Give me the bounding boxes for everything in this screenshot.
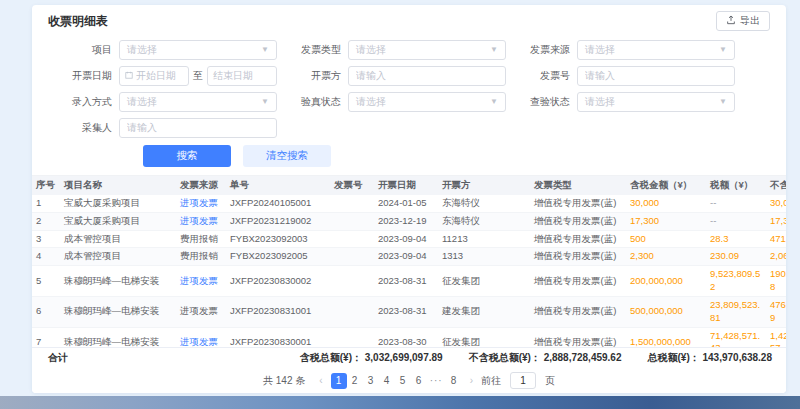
verify-status-label: 验真状态 (285, 95, 341, 109)
cell-order_no: FYBX2023092005 (226, 248, 330, 266)
column-header: 单号 (226, 176, 330, 195)
cell-project: 宝威大厦采购项目 (60, 195, 176, 212)
total-count: 共 142 条 (263, 374, 305, 388)
verify-status-select[interactable]: 请选择 ▼ (348, 92, 506, 112)
summary-item: 总税额(¥)： 143,970,638.28 (647, 351, 772, 365)
cell-source[interactable]: 进项发票 (176, 327, 226, 347)
pager-page-2[interactable]: 2 (347, 373, 363, 389)
goto-label: 前往 (481, 374, 501, 388)
invoice-date-label: 开票日期 (56, 69, 112, 83)
goto-unit: 页 (545, 374, 555, 388)
end-date-input[interactable]: 结束日期 (207, 66, 277, 86)
cell-tax: -- (706, 212, 766, 230)
cell-net: 2,069.91 (766, 248, 786, 266)
prev-page-button[interactable]: ‹ (316, 375, 325, 386)
invoice-no-label: 发票号 (514, 69, 570, 83)
table-header-row: 序号项目名称发票来源单号发票号开票日期开票方发票类型含税金额（¥）税额（¥）不含… (32, 176, 786, 195)
cell-order_no: JXFP20231219002 (226, 212, 330, 230)
pager-page-6[interactable]: 6 (411, 373, 427, 389)
select-placeholder: 请选择 (356, 95, 386, 109)
check-status-select[interactable]: 请选择 ▼ (577, 92, 735, 112)
cell-net: 190,476,190.48 (766, 266, 786, 297)
pagination-bar: 共 142 条 ‹ 123456···8 › 前往 页 (32, 368, 786, 393)
summary-items: 含税总额(¥)： 3,032,699,097.89不含税总额(¥)： 2,888… (300, 351, 772, 365)
cell-source[interactable]: 进项发票 (176, 212, 226, 230)
table-row[interactable]: 4成本管控项目费用报销FYBX20230920052023-09-041313增… (32, 248, 786, 266)
issuer-input[interactable] (348, 66, 506, 86)
clear-search-button[interactable]: 清空搜索 (243, 145, 331, 167)
cell-project: 珠穆朗玛峰—电梯安装 (60, 266, 176, 297)
summary-label: 合计 (48, 351, 68, 365)
cell-issuer: 11213 (438, 230, 530, 248)
cell-type: 增值税专用发票(蓝) (530, 195, 626, 212)
end-date-placeholder: 结束日期 (213, 69, 253, 83)
table-row[interactable]: 6珠穆朗玛峰—电梯安装进项发票JXFP202308310012023-08-31… (32, 296, 786, 327)
column-header: 序号 (32, 176, 60, 195)
export-label: 导出 (740, 14, 760, 28)
cell-date: 2023-08-31 (374, 296, 438, 327)
column-header: 发票类型 (530, 176, 626, 195)
summary-item: 含税总额(¥)： 3,032,699,097.89 (300, 351, 443, 365)
cell-net: 476,190,476.19 (766, 296, 786, 327)
cell-issuer: 东海特仪 (438, 212, 530, 230)
cell-source: 进项发票 (176, 296, 226, 327)
table-row[interactable]: 1宝威大厦采购项目进项发票JXFP202401050012024-01-05东海… (32, 195, 786, 212)
cell-source[interactable]: 进项发票 (176, 195, 226, 212)
pager-ellipsis[interactable]: ··· (427, 373, 446, 389)
chevron-down-icon: ▼ (261, 97, 269, 106)
cell-source: 费用报销 (176, 248, 226, 266)
pager-page-8[interactable]: 8 (446, 373, 462, 389)
start-date-placeholder: 开始日期 (136, 69, 176, 83)
start-date-input[interactable]: 开始日期 (119, 66, 189, 86)
select-placeholder: 请选择 (356, 43, 386, 57)
card-header: 收票明细表 导出 (32, 5, 786, 33)
pager-page-4[interactable]: 4 (379, 373, 395, 389)
search-button[interactable]: 搜索 (143, 145, 231, 167)
table-row[interactable]: 5珠穆朗玛峰—电梯安装进项发票JXFP202308300022023-08-31… (32, 266, 786, 297)
table-row[interactable]: 7珠穆朗玛峰—电梯安装进项发票JXFP202308300012023-08-30… (32, 327, 786, 347)
cell-invoice_no (330, 230, 374, 248)
goto-page-input[interactable] (510, 372, 536, 389)
column-header: 开票日期 (374, 176, 438, 195)
cell-invoice_no (330, 296, 374, 327)
cell-type: 增值税专用发票(蓝) (530, 230, 626, 248)
cell-net: 17,300 (766, 212, 786, 230)
summary-item: 不含税总额(¥)： 2,888,728,459.62 (469, 351, 622, 365)
cell-order_no: JXFP20240105001 (226, 195, 330, 212)
cell-order_no: JXFP20230830001 (226, 327, 330, 347)
cell-tax: 71,428,571.43 (706, 327, 766, 347)
cell-date: 2023-09-04 (374, 230, 438, 248)
table-row[interactable]: 2宝威大厦采购项目进项发票JXFP202312190022023-12-19东海… (32, 212, 786, 230)
pager-page-5[interactable]: 5 (395, 373, 411, 389)
invoice-source-select[interactable]: 请选择 ▼ (577, 40, 735, 60)
project-select[interactable]: 请选择 ▼ (119, 40, 277, 60)
invoice-no-input[interactable] (577, 66, 735, 86)
cell-source[interactable]: 进项发票 (176, 266, 226, 297)
invoice-type-select[interactable]: 请选择 ▼ (348, 40, 506, 60)
cell-source: 费用报销 (176, 230, 226, 248)
cell-amount: 30,000 (626, 195, 706, 212)
table-row[interactable]: 3成本管控项目费用报销FYBX20230920032023-09-0411213… (32, 230, 786, 248)
next-page-button[interactable]: › (467, 375, 476, 386)
cell-type: 增值税专用发票(蓝) (530, 266, 626, 297)
collector-input[interactable] (119, 118, 277, 138)
calendar-icon (125, 70, 133, 81)
invoice-source-label: 发票来源 (514, 43, 570, 57)
cell-invoice_no (330, 327, 374, 347)
cell-no: 5 (32, 266, 60, 297)
cell-net: 471.7 (766, 230, 786, 248)
cell-project: 成本管控项目 (60, 248, 176, 266)
pager-page-3[interactable]: 3 (363, 373, 379, 389)
column-header: 开票方 (438, 176, 530, 195)
project-label: 项目 (56, 43, 112, 57)
cell-order_no: FYBX2023092003 (226, 230, 330, 248)
cell-no: 4 (32, 248, 60, 266)
check-status-label: 查验状态 (514, 95, 570, 109)
export-button[interactable]: 导出 (716, 11, 770, 31)
cell-invoice_no (330, 248, 374, 266)
cell-project: 宝威大厦采购项目 (60, 212, 176, 230)
entry-method-select[interactable]: 请选择 ▼ (119, 92, 277, 112)
pager-page-1[interactable]: 1 (331, 373, 347, 389)
cell-amount: 2,300 (626, 248, 706, 266)
column-header: 税额（¥） (706, 176, 766, 195)
